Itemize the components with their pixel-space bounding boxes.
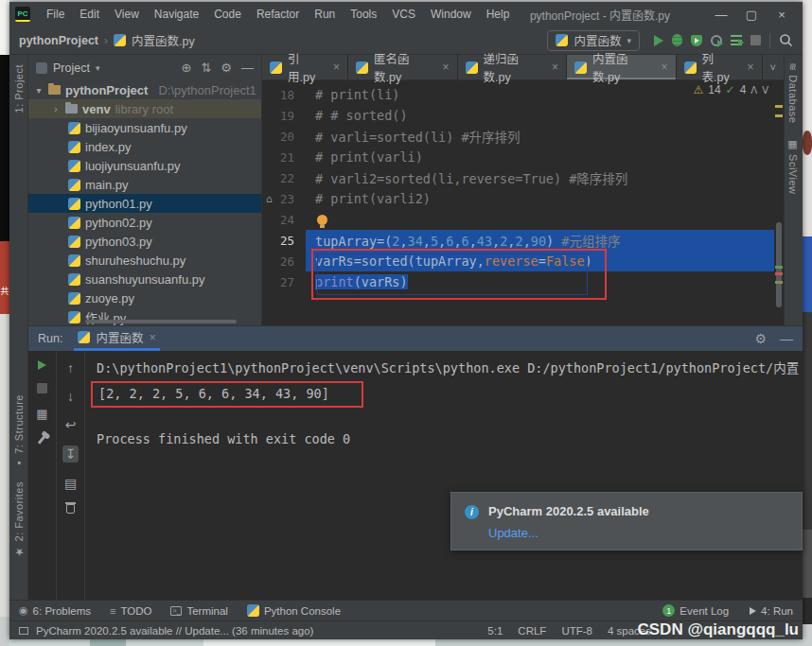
pin-tab-icon[interactable] — [38, 434, 46, 444]
editor-tab-引用.py[interactable]: 引用.py× — [262, 55, 348, 79]
fold-marker-icon[interactable]: ⌂ — [266, 193, 273, 205]
menu-run[interactable]: Run — [308, 5, 342, 24]
code-line-27[interactable]: 27print(varRs) — [262, 271, 784, 292]
debug-button[interactable] — [672, 34, 682, 46]
tree-file-python03.py[interactable]: python03.py — [28, 232, 261, 251]
maximize-button[interactable]: ▢ — [738, 8, 765, 22]
tree-file-index.py[interactable]: index.py — [28, 137, 261, 156]
scrollbar-thumb[interactable] — [776, 222, 782, 307]
menu-file[interactable]: File — [40, 5, 71, 24]
search-icon[interactable] — [779, 33, 793, 47]
run-tool-window-button[interactable]: 4: Run — [750, 605, 793, 617]
breadcrumb-file[interactable]: 内置函数.py — [132, 31, 195, 49]
menu-vcs[interactable]: VCS — [385, 5, 422, 24]
menu-refactor[interactable]: Refactor — [250, 5, 306, 24]
run-with-coverage-button[interactable] — [691, 35, 702, 46]
status-message[interactable]: PyCharm 2020.2.5 available // Update... … — [36, 625, 313, 637]
tree-file-bijiaoyunsuanfu.py[interactable]: bijiaoyunsuanfu.py — [28, 118, 261, 137]
tree-file-python01.py[interactable]: python01.py — [28, 194, 261, 213]
tool-button-structure[interactable]: ▪ 7: Structure — [13, 394, 25, 469]
intention-bulb-icon[interactable] — [317, 215, 327, 225]
event-log-button[interactable]: 1 Event Log — [662, 604, 729, 617]
run-button[interactable] — [654, 35, 663, 46]
close-tab-icon[interactable]: × — [443, 61, 450, 74]
horizontal-scrollbar[interactable] — [85, 320, 237, 323]
editor-tab-内置函数.py[interactable]: 内置函数.py× — [567, 55, 677, 79]
status-caret-position[interactable]: 5:1 — [487, 625, 503, 637]
next-issue-icon[interactable]: ᐯ — [762, 85, 768, 96]
editor-tab-列表.py[interactable]: 列表.py× — [677, 55, 763, 79]
down-stack-trace-icon[interactable]: ↓ — [67, 389, 74, 404]
code-line-21[interactable]: 21# print(varli) — [262, 147, 784, 167]
project-panel-title[interactable]: Project — [53, 61, 90, 75]
tool-button-favorites[interactable]: ★ 2: Favorites — [12, 481, 25, 558]
status-line-separator[interactable]: CRLF — [518, 625, 546, 637]
menu-window[interactable]: Window — [424, 5, 478, 24]
locate-file-icon[interactable]: ⊕ — [182, 61, 192, 75]
close-tab-icon[interactable]: × — [662, 61, 668, 74]
console-output[interactable]: D:\pythonProject1\pythonProject\venv\Scr… — [85, 351, 803, 600]
tree-file-suanshuyunsuanfu.py[interactable]: suanshuyunsuanfu.py — [28, 270, 261, 288]
tree-venv-row[interactable]: ›venvlibrary root — [28, 99, 261, 118]
up-stack-trace-icon[interactable]: ↑ — [67, 360, 74, 375]
close-icon[interactable]: × — [149, 331, 155, 344]
concurrency-diagram-button[interactable] — [731, 35, 742, 45]
tool-button-6-problems[interactable]: ◉6: Problems — [19, 604, 91, 617]
tree-file-main.py[interactable]: main.py — [28, 175, 261, 194]
minimize-button[interactable]: — — [708, 8, 734, 22]
menu-view[interactable]: View — [108, 5, 146, 24]
menu-tools[interactable]: Tools — [344, 5, 383, 24]
code-line-23[interactable]: 23⌂# print(varli2) — [262, 188, 784, 209]
tree-file-python02.py[interactable]: python02.py — [28, 213, 261, 232]
rerun-button[interactable] — [38, 360, 46, 370]
close-button[interactable]: × — [768, 8, 795, 22]
tool-button-python-console[interactable]: Python Console — [247, 604, 341, 617]
menu-edit[interactable]: Edit — [73, 5, 106, 24]
tool-button-terminal[interactable]: >_Terminal — [170, 604, 227, 617]
chevron-down-icon[interactable]: ▾ — [96, 63, 100, 73]
code-line-24[interactable]: 24 — [262, 209, 784, 230]
scroll-to-end-icon[interactable]: ↧ — [62, 445, 79, 463]
tree-root-row[interactable]: ▾pythonProjectD:\pythonProject1 — [28, 80, 261, 99]
notification-popup[interactable]: i PyCharm 2020.2.5 available Update... — [450, 492, 803, 550]
close-tab-icon[interactable]: × — [552, 61, 558, 74]
tree-file-zuoye.py[interactable]: zuoye.py — [28, 288, 261, 307]
menu-navigate[interactable]: Navigate — [148, 5, 205, 24]
editor-scrollbar[interactable] — [774, 80, 784, 325]
prev-issue-icon[interactable]: ᐱ — [750, 85, 757, 96]
code-line-20[interactable]: 20# varli=sorted(li) #升序排列 — [262, 126, 784, 147]
close-tab-icon[interactable]: × — [748, 61, 754, 74]
editor-tab-递归函数.py[interactable]: 递归函数.py× — [458, 55, 568, 79]
menu-code[interactable]: Code — [207, 5, 248, 24]
clear-console-icon[interactable] — [66, 504, 75, 514]
menu-help[interactable]: Help — [480, 5, 517, 24]
restore-layout-icon[interactable]: ▦ — [36, 407, 47, 421]
update-link[interactable]: Update... — [488, 526, 788, 540]
run-configuration-select[interactable]: 内置函数 ▾ — [547, 30, 640, 51]
run-tab[interactable]: 内置函数 × — [74, 326, 159, 351]
code-line-26[interactable]: 26varRs=sorted(tupArray,reverse=False) — [262, 251, 784, 271]
tool-button-sciview[interactable]: ▦ SciView — [787, 138, 800, 194]
editor-tab-匿名函数.py[interactable]: 匿名函数.py× — [348, 55, 458, 79]
code-line-25[interactable]: 25tupArray=(2,34,5,6,6,43,2,2,90) #元组排序 — [262, 230, 784, 251]
toggle-toolwindows-icon[interactable] — [19, 627, 28, 635]
breadcrumb-project[interactable]: pythonProject — [19, 34, 98, 47]
code-editor[interactable]: 18# print(li)19# # sorted()20# varli=sor… — [262, 80, 784, 325]
panel-settings-icon[interactable]: ⚙ — [221, 61, 232, 75]
profiler-button[interactable] — [711, 35, 722, 46]
status-encoding[interactable]: UTF-8 — [561, 625, 592, 637]
run-settings-icon[interactable]: ⚙ — [754, 331, 767, 346]
tool-button-database[interactable]: ≋ Database — [787, 62, 800, 123]
tree-file-shuruheshuchu.py[interactable]: shuruheshuchu.py — [28, 251, 261, 270]
more-tabs-chevron-icon[interactable]: ˅ — [763, 61, 784, 73]
inspection-widget[interactable]: ⚠ 14 ✓ 4 ᐱ ᐯ — [693, 83, 768, 96]
tool-button-project[interactable]: 1: Project — [13, 64, 25, 113]
collapse-all-icon[interactable]: ⇅ — [201, 61, 211, 75]
print-icon[interactable]: ▤ — [64, 476, 77, 491]
code-line-22[interactable]: 22# varli2=sorted(li,reverse=True) #降序排列 — [262, 167, 784, 188]
hide-panel-icon[interactable]: — — [241, 61, 254, 75]
code-line-19[interactable]: 19# # sorted() — [262, 105, 784, 126]
tool-button-todo[interactable]: ≡TODO — [110, 604, 151, 617]
tree-file-luojiyunsuanfu.py[interactable]: luojiyunsuanfu.py — [28, 156, 261, 175]
soft-wrap-icon[interactable]: ↩ — [65, 417, 77, 432]
